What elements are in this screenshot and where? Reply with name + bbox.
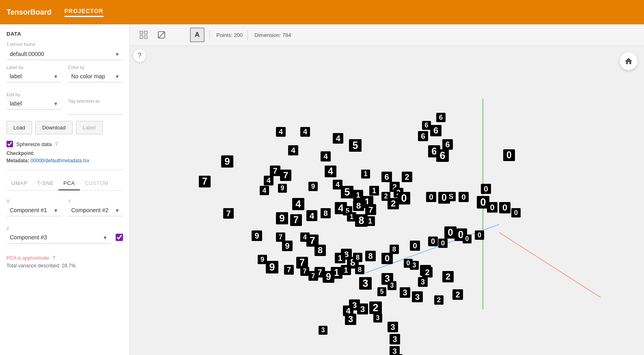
digit-item: 2 <box>388 198 399 209</box>
digit-item: 7 <box>280 170 291 181</box>
digit-item: 7 <box>199 176 211 187</box>
digit-item: 6 <box>381 172 392 182</box>
digit-item: 3 <box>388 281 396 290</box>
digit-item: 3 <box>357 303 368 314</box>
digit-item: 0 <box>426 192 436 202</box>
digit-item: 0 <box>511 208 521 217</box>
night-mode-btn[interactable] <box>172 28 187 42</box>
metadata-label: Metadata: <box>6 158 29 164</box>
sphereize-help-icon[interactable]: ? <box>55 141 58 147</box>
digit-item: 1 <box>369 186 379 196</box>
digit-item: 3 <box>345 314 356 325</box>
label-btn[interactable]: A <box>190 28 205 42</box>
z-select[interactable]: Component #3 <box>6 232 111 243</box>
dimension-info: Dimension: 784 <box>254 32 291 38</box>
digit-item: 9 <box>266 261 278 273</box>
x-select[interactable]: Component #1 <box>6 204 62 216</box>
digit-item: 1 <box>335 253 345 263</box>
header: TensorBoard PROJECTOR <box>0 0 644 24</box>
digit-item: 2 <box>434 295 444 305</box>
sphereize-checkbox[interactable] <box>6 141 13 147</box>
digit-item: 6 <box>422 121 431 130</box>
edit-by-col: Edit by label ▼ <box>6 92 62 114</box>
toolbar: A Points: 200 Dimension: 784 <box>130 24 644 46</box>
digit-item: 7 <box>270 166 280 176</box>
digit-item: 7 <box>223 208 234 219</box>
digit-item: 1 <box>365 216 375 226</box>
x-select-wrapper: Component #1 ▼ <box>6 204 62 216</box>
variance-note: Total variance described: 28.7%. <box>6 263 123 269</box>
digit-item: 1 <box>341 265 351 275</box>
digit-item: 2 <box>402 172 412 182</box>
method-tabs: UMAP T-SNE PCA CUSTOM <box>6 177 123 191</box>
edit-row: Edit by label ▼ Tag selection as <box>6 92 123 114</box>
svg-rect-0 <box>140 31 143 34</box>
z-select-wrapper: Component #3 ▼ <box>6 232 111 243</box>
select-lasso-btn[interactable] <box>154 28 169 42</box>
select-box-btn[interactable] <box>136 28 151 42</box>
digit-item: 5 <box>377 287 386 296</box>
digit-item: 3 <box>390 334 400 344</box>
digit-item: 2 <box>452 289 463 300</box>
digit-item: 0 <box>438 239 448 248</box>
pca-help-icon[interactable]: ? <box>52 255 56 261</box>
label-color-row: Label by label ▼ Color by No color map ▼ <box>6 65 123 87</box>
digit-item: 0 <box>428 237 438 246</box>
digit-item: 7 <box>365 204 376 215</box>
tab-tsne[interactable]: T-SNE <box>32 177 59 190</box>
color-by-select-wrapper: No color map ▼ <box>68 71 123 82</box>
svg-rect-1 <box>144 31 147 34</box>
color-by-select[interactable]: No color map <box>68 71 123 82</box>
load-button[interactable]: Load <box>6 121 32 134</box>
z-label: Z <box>6 226 111 231</box>
digit-item: 8 <box>355 265 364 274</box>
digit-item: 2 <box>442 271 454 282</box>
digit-item: 0 <box>487 202 498 213</box>
tensor-count: 1 tensor found <box>6 42 123 47</box>
digit-item: 9 <box>278 184 287 193</box>
tab-umap[interactable]: UMAP <box>6 177 32 190</box>
checkpoint-label: Checkpoint: <box>6 151 34 156</box>
label-by-label: Label by <box>6 65 62 70</box>
z-enable-checkbox[interactable] <box>116 234 123 241</box>
tag-selection-col: Tag selection as <box>68 99 123 114</box>
digit-item: 4 <box>260 186 269 195</box>
metadata-value[interactable]: 00000/default\metadata.tsv <box>30 158 89 164</box>
main-area: A Points: 200 Dimension: 784 ? <box>130 24 644 355</box>
label-button[interactable]: Label <box>76 121 103 134</box>
tensor-select[interactable]: default:00000 <box>6 48 123 60</box>
nav-projector[interactable]: PROJECTOR <box>65 8 103 17</box>
x-axis-col: X Component #1 ▼ <box>6 199 62 221</box>
digit-item: 1 <box>361 170 370 179</box>
tag-selection-input[interactable] <box>68 104 123 114</box>
digit-item: 8 <box>321 208 331 218</box>
sphereize-row: Sphereize data ? <box>6 141 123 147</box>
edit-by-label: Edit by <box>6 92 62 97</box>
digit-item: 8 <box>353 253 362 262</box>
digit-item: S <box>446 192 456 201</box>
tag-selection-label: Tag selection as <box>68 99 123 103</box>
digit-item: 9 <box>282 241 293 251</box>
y-select[interactable]: Component #2 <box>68 204 123 216</box>
digit-item: 4 <box>292 198 304 210</box>
svg-rect-3 <box>144 36 147 39</box>
digit-item: 6 <box>418 131 428 141</box>
digit-item: 5 <box>341 186 353 198</box>
tab-custom[interactable]: CUSTOM <box>80 177 114 190</box>
svg-line-7 <box>499 232 601 297</box>
digit-item: 6 <box>436 149 449 162</box>
pca-note-row: PCA is approximate. ? <box>6 255 123 261</box>
digit-item: 0 <box>463 235 472 243</box>
tab-pca[interactable]: PCA <box>58 177 80 190</box>
digit-item: 4 <box>264 176 274 185</box>
app-logo: TensorBoard <box>6 8 52 17</box>
download-button[interactable]: Download <box>35 121 73 134</box>
digit-item: 0 <box>381 253 393 264</box>
digit-item: 3 <box>400 287 410 298</box>
digit-item: 0 <box>499 202 510 213</box>
z-axis-row: Z Component #3 ▼ <box>6 226 123 248</box>
color-by-label: Color by <box>68 65 123 70</box>
edit-by-select[interactable]: label <box>6 98 62 110</box>
digit-item: 9 <box>221 155 233 168</box>
label-by-select[interactable]: label <box>6 71 62 82</box>
